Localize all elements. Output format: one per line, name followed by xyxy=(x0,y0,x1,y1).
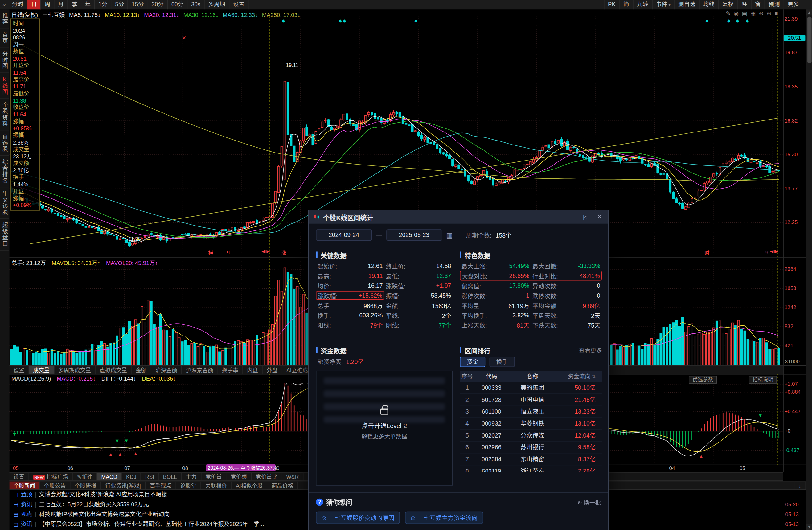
sidebar-item-8[interactable]: 超级盘口 xyxy=(0,219,9,251)
indicator-help-button[interactable]: 指标说明 xyxy=(749,376,777,384)
sidebar-item-3[interactable]: K线图 xyxy=(0,73,9,99)
sidebar-item-6[interactable]: 综合排名 xyxy=(0,156,9,187)
interval-drag-handle[interactable]: ◀‖▶ xyxy=(261,249,270,254)
indicator-tab-7[interactable]: 竞价量比 xyxy=(251,473,282,481)
period-tab-8[interactable]: 15分 xyxy=(128,0,148,9)
indicator-tab-8[interactable]: W&R xyxy=(282,473,304,481)
period-tab-6[interactable]: 1分 xyxy=(95,0,112,9)
news-title[interactable]: 【中原晨会0523】市场分析、传媒行业专题研究、基础化工行业2024年报及202… xyxy=(39,519,264,529)
toolbar-right-6[interactable]: 复权 xyxy=(718,0,737,9)
volume-tab-8[interactable]: 内盘 xyxy=(243,366,263,374)
scroll-thumb[interactable] xyxy=(807,17,811,63)
event-diamond-icon[interactable]: ◆ xyxy=(736,18,739,23)
period-tab-0[interactable]: 分时 xyxy=(8,0,27,9)
sidebar-item-5[interactable]: 自选股 xyxy=(0,130,9,156)
period-tab-7[interactable]: 5分 xyxy=(112,0,128,9)
news-tab-2[interactable]: 个股研报 xyxy=(70,481,101,489)
indicator-tab-3[interactable]: BOLL xyxy=(159,473,182,481)
draw-icon[interactable]: ✎ xyxy=(726,11,734,17)
event-diamond-icon[interactable]: ◆ xyxy=(414,18,417,23)
news-title[interactable]: 三七互娱：5月22日获融资买入3559.02万元 xyxy=(39,500,149,509)
period-tab-11[interactable]: 30s xyxy=(187,0,204,9)
volume-tab-6[interactable]: 沪深京金额 xyxy=(182,366,218,374)
news-tab-0[interactable]: 个股新闻 xyxy=(9,481,40,489)
rank-table-row-3[interactable]: 4000932华菱钢铁13.10亿 xyxy=(460,418,602,430)
scroll-down-icon[interactable]: ▼ xyxy=(807,524,812,530)
zoom-in-icon[interactable]: ⊕ xyxy=(767,11,775,17)
indicator-tab-1[interactable]: KDJ xyxy=(122,473,141,481)
toolbar-right-8[interactable]: 窗 xyxy=(751,0,764,9)
period-tab-12[interactable]: 多周期 xyxy=(204,0,229,9)
question-chip-0[interactable]: ◎三七互娱股价变动的原因 xyxy=(316,512,400,524)
rank-table-row-6[interactable]: 7002384东山精密8.37亿 xyxy=(460,454,602,466)
indicator-tab-2[interactable]: RSI xyxy=(141,473,159,481)
zoom-out-icon[interactable]: ⊖ xyxy=(759,11,767,17)
toolbar-right-1[interactable]: 简 xyxy=(619,0,633,9)
news-tab-8[interactable]: 商品价格 xyxy=(267,481,298,489)
eye-icon[interactable]: ◉ xyxy=(734,11,742,17)
event-mark[interactable]: q xyxy=(227,248,230,254)
indicator-tab-6[interactable]: 竞价额 xyxy=(226,473,251,481)
start-date-input[interactable]: 2024-09-24 xyxy=(316,229,372,241)
news-tab-3[interactable]: 行业资讯[游戏] xyxy=(101,481,145,489)
period-tab-9[interactable]: 30分 xyxy=(148,0,168,9)
indicator-settings-tab[interactable]: 设置 xyxy=(9,473,29,481)
preferred-params-button[interactable]: 优选参数 xyxy=(689,376,717,384)
dialog-titlebar[interactable]: 个股K线区间统计 |< × xyxy=(308,210,608,224)
indicator-tab-5[interactable]: 竞价量 xyxy=(201,473,226,481)
sidebar-item-1[interactable]: 首页 xyxy=(0,28,9,47)
news-tab-5[interactable]: 论股堂 xyxy=(176,481,201,489)
vertical-scrollbar[interactable]: ▲ ▼ xyxy=(806,9,812,530)
rank-table-row-2[interactable]: 3601100恒立液压13.23亿 xyxy=(460,406,602,418)
event-mark[interactable]: 横 xyxy=(208,248,213,256)
volume-tab-3[interactable]: 虚拟成交量 xyxy=(96,366,132,374)
question-chip-1[interactable]: ◎三七互娱主力资金流向 xyxy=(405,512,483,524)
volume-tab-5[interactable]: 沪深金额 xyxy=(151,366,182,374)
event-diamond-icon[interactable]: ◆ xyxy=(343,18,346,23)
sidebar-item-0[interactable]: 推荐 xyxy=(0,9,9,28)
dialog-close-icon[interactable]: × xyxy=(596,212,603,222)
event-mark[interactable]: 涨 xyxy=(281,248,286,256)
toolbar-right-3[interactable]: 事件▾ xyxy=(652,0,674,9)
event-mark[interactable]: 财 xyxy=(705,248,710,256)
indicator-tab-4[interactable]: 主力 xyxy=(182,473,201,481)
event-diamond-icon[interactable]: ◆ xyxy=(282,18,285,23)
event-mark[interactable]: q xyxy=(766,248,768,254)
toolbar-right-10[interactable]: 更多 xyxy=(783,0,802,9)
volume-tab-4[interactable]: 金额 xyxy=(132,366,151,374)
rank-table-row-1[interactable]: 2601728中国电信21.46亿 xyxy=(460,394,602,406)
rank-table-row-0[interactable]: 1000333美的集团50.10亿 xyxy=(460,382,602,394)
news-title[interactable]: 文博会掀起“文化+科技”新浪潮 AI应用场景目不暇接 xyxy=(39,490,167,500)
rank-table-row-7[interactable]: 8603119浙江荣泰7.78亿 xyxy=(460,465,602,472)
collapse-left-icon[interactable]: « xyxy=(0,2,8,8)
rank-table-row-4[interactable]: 5002027分众传媒12.04亿 xyxy=(460,429,602,442)
volume-tab-2[interactable]: 多周期成交量 xyxy=(54,366,96,374)
news-tab-1[interactable]: 个股公告 xyxy=(40,481,70,489)
toolbar-right-2[interactable]: 九转 xyxy=(633,0,652,9)
indicator-create-tab[interactable]: ✎新建 xyxy=(73,473,97,481)
period-tab-4[interactable]: 季 xyxy=(68,0,82,9)
view-more-link[interactable]: 查看更多 xyxy=(579,346,602,354)
news-title[interactable]: 科技赋能IP破圈文化出海文博会透露文化产业新动向 xyxy=(39,509,170,519)
volume-tab-0[interactable]: 设置 xyxy=(9,366,29,374)
interval-drag-handle[interactable]: ◀‖▶ xyxy=(770,249,778,254)
dialog-collapse-icon[interactable]: |< xyxy=(583,214,586,220)
volume-tab-9[interactable]: 外盘 xyxy=(263,366,282,374)
refresh-questions-button[interactable]: ↻ 换一批 xyxy=(577,498,601,506)
toolbar-right-7[interactable]: 叠 xyxy=(737,0,751,9)
scroll-up-icon[interactable]: ▲ xyxy=(807,9,812,15)
toolbar-right-0[interactable]: PK xyxy=(604,0,619,9)
news-download-icon[interactable]: ↓ xyxy=(794,481,806,489)
level2-locked-panel[interactable]: 点击开通Level-2 解锁更多大单数据 xyxy=(316,371,453,486)
rank-table-row-5[interactable]: 6002966苏州银行9.58亿 xyxy=(460,442,602,454)
period-tab-5[interactable]: 年 xyxy=(82,0,95,9)
volume-tab-1[interactable]: 成交量 xyxy=(29,366,54,374)
end-date-input[interactable]: 2025-05-23 xyxy=(386,229,442,241)
news-tab-6[interactable]: 关联报价 xyxy=(201,481,232,489)
toolbar-right-5[interactable]: 均线 xyxy=(699,0,718,9)
sidebar-item-2[interactable]: 分时图 xyxy=(0,48,9,73)
menu-icon[interactable]: ≡ xyxy=(775,11,781,17)
news-tab-4[interactable]: 高手观点 xyxy=(145,481,176,489)
sidebar-item-7[interactable]: 牛叉诊股 xyxy=(0,187,9,219)
rank-tab-0[interactable]: 资金 xyxy=(460,357,485,367)
